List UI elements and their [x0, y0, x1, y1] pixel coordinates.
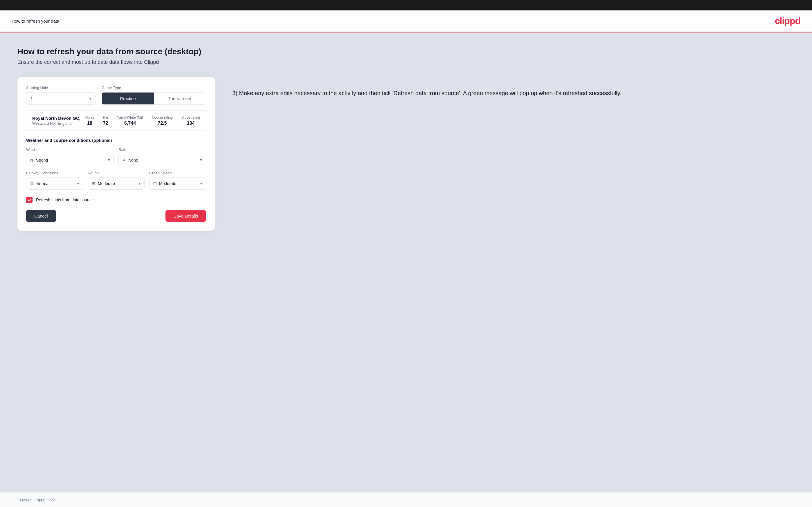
- rough-select-wrapper: ⚙ Moderate Light Heavy ▼: [88, 177, 145, 190]
- footer: Copyright Clippd 2022: [0, 492, 812, 507]
- green-speed-select[interactable]: Moderate Slow Fast: [157, 178, 206, 189]
- content-area: Starting Hole 1 10 ▼ Game Type Practice …: [17, 77, 795, 231]
- conditions-section-title: Weather and course conditions (optional): [26, 138, 206, 143]
- fairway-conditions-label: Fairway Conditions: [26, 171, 83, 175]
- course-stats: Holes 18 Par 72 Yards/White (M)) 6,744 C…: [85, 115, 200, 126]
- holes-value: 18: [87, 121, 92, 126]
- holes-stat: Holes 18: [85, 115, 94, 126]
- refresh-checkbox[interactable]: [26, 196, 33, 203]
- starting-hole-select-wrapper: 1 10 ▼: [26, 92, 96, 105]
- page-title: How to refresh your data from source (de…: [17, 47, 795, 56]
- course-rating-label: Course rating: [152, 115, 173, 119]
- rough-select[interactable]: Moderate Light Heavy: [96, 178, 144, 189]
- course-rating-value: 72.5: [158, 121, 167, 126]
- rain-group: Rain ✦ None Light Heavy ▼: [118, 147, 206, 166]
- course-info-card: Royal North Devon GC, Westward Hol, Engl…: [26, 111, 206, 131]
- rough-group: Rough ⚙ Moderate Light Heavy ▼: [88, 171, 145, 190]
- side-instruction-text: 3) Make any extra edits necessary to the…: [232, 89, 795, 98]
- rough-label: Rough: [88, 171, 145, 175]
- green-speed-icon: ⊙: [150, 181, 157, 186]
- slope-rating-stat: Slope rating 134: [182, 115, 200, 126]
- starting-hole-group: Starting Hole 1 10 ▼: [26, 86, 96, 105]
- fairway-icon: ⚙: [27, 181, 34, 186]
- save-details-button[interactable]: Save Details: [165, 210, 206, 222]
- refresh-checkbox-label: Refresh shots from data source: [36, 198, 93, 202]
- rain-select-wrapper: ✦ None Light Heavy ▼: [118, 154, 206, 166]
- game-type-buttons: Practice Tournament: [102, 92, 206, 105]
- wind-select[interactable]: Strong Light None: [34, 154, 113, 166]
- starting-hole-select[interactable]: 1 10: [27, 93, 96, 104]
- yards-value: 6,744: [124, 121, 136, 126]
- yards-label: Yards/White (M)): [117, 115, 143, 119]
- fairway-conditions-select-wrapper: ⚙ Normal Soft Firm ▼: [26, 177, 83, 190]
- main-content: How to refresh your data from source (de…: [0, 33, 812, 492]
- par-stat: Par 72: [103, 115, 108, 126]
- rain-label: Rain: [118, 147, 206, 152]
- par-label: Par: [103, 115, 108, 119]
- checkmark-icon: [27, 198, 31, 202]
- footer-copyright: Copyright Clippd 2022: [17, 498, 55, 502]
- slope-rating-label: Slope rating: [182, 115, 200, 119]
- tournament-button[interactable]: Tournament: [154, 93, 206, 104]
- conditions-grid-bottom: Fairway Conditions ⚙ Normal Soft Firm ▼ …: [26, 171, 206, 190]
- par-value: 72: [103, 121, 108, 126]
- conditions-grid-top: Wind ≋ Strong Light None ▼ Rain ✦: [26, 147, 206, 166]
- wind-select-wrapper: ≋ Strong Light None ▼: [26, 154, 114, 166]
- fairway-conditions-group: Fairway Conditions ⚙ Normal Soft Firm ▼: [26, 171, 83, 190]
- holes-label: Holes: [85, 115, 94, 119]
- fairway-conditions-select[interactable]: Normal Soft Firm: [34, 178, 83, 189]
- starting-hole-label: Starting Hole: [26, 86, 96, 90]
- top-bar: [0, 0, 812, 10]
- header-title: How to refresh your data: [12, 18, 59, 23]
- yards-stat: Yards/White (M)) 6,744: [117, 115, 143, 126]
- wind-label: Wind: [26, 147, 114, 152]
- logo: clippd: [775, 16, 800, 26]
- form-card: Starting Hole 1 10 ▼ Game Type Practice …: [17, 77, 215, 231]
- refresh-checkbox-row: Refresh shots from data source: [26, 196, 206, 203]
- starting-hole-game-type-row: Starting Hole 1 10 ▼ Game Type Practice …: [26, 86, 206, 105]
- game-type-label: Game Type: [102, 86, 206, 90]
- slope-rating-value: 134: [187, 121, 195, 126]
- header: How to refresh your data clippd: [0, 10, 812, 33]
- green-speed-group: Green Speed ⊙ Moderate Slow Fast ▼: [149, 171, 206, 190]
- rough-icon: ⚙: [88, 181, 96, 186]
- course-details: Royal North Devon GC, Westward Hol, Engl…: [32, 116, 81, 126]
- green-speed-label: Green Speed: [149, 171, 206, 175]
- wind-group: Wind ≋ Strong Light None ▼: [26, 147, 114, 166]
- green-speed-select-wrapper: ⊙ Moderate Slow Fast ▼: [149, 177, 206, 190]
- course-name: Royal North Devon GC,: [32, 116, 81, 121]
- course-location: Westward Hol, England: [32, 121, 81, 126]
- wind-icon: ≋: [27, 158, 34, 163]
- page-subtitle: Ensure the correct and most up to date d…: [17, 59, 795, 65]
- rain-icon: ✦: [119, 158, 126, 163]
- cancel-button[interactable]: Cancel: [26, 210, 56, 222]
- game-type-group: Game Type Practice Tournament: [102, 86, 206, 105]
- practice-button[interactable]: Practice: [102, 93, 154, 104]
- rain-select[interactable]: None Light Heavy: [126, 154, 206, 166]
- button-row: Cancel Save Details: [26, 210, 206, 222]
- course-rating-stat: Course rating 72.5: [152, 115, 173, 126]
- side-instruction-area: 3) Make any extra edits necessary to the…: [232, 77, 795, 98]
